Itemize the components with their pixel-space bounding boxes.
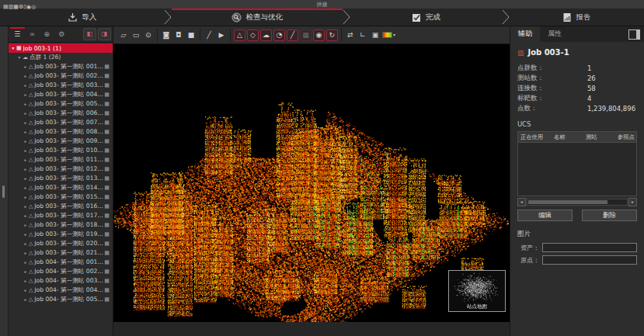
elevation-colorbar-icon[interactable]: ▾ (382, 29, 395, 40)
thumbnail-icon[interactable]: ▦ (104, 73, 110, 79)
line-toggle-icon[interactable]: ╱ (287, 29, 298, 41)
tree-item-station[interactable]: ▸△Job 003- 第一测站 021 (9)▦ (9, 248, 113, 258)
thumbnail-icon[interactable]: ▦ (104, 138, 110, 144)
expander-icon[interactable]: ▸ (23, 139, 29, 144)
edit-button[interactable]: 编辑 (517, 210, 573, 221)
thumbnail-icon[interactable]: ▦ (104, 231, 110, 237)
expander-icon[interactable]: ▸ (23, 185, 29, 190)
measure-icon[interactable]: ╱ (204, 29, 214, 40)
tree-item-station[interactable]: ▸△Job 003- 第一测站 018 (4)▦ (9, 220, 113, 230)
tree-item-station[interactable]: ▸△Job 003- 第一测站 001 (6)▦ (9, 62, 113, 71)
workflow-step-inspect[interactable]: 检查与优化 (172, 9, 343, 26)
workflow-step-complete[interactable]: 完成 (350, 9, 502, 26)
expander-icon[interactable]: ▸ (23, 102, 29, 106)
cloud-toggle-icon[interactable]: ☁ (260, 29, 272, 41)
station-marker-toggle-icon[interactable]: △ (234, 29, 245, 41)
walkthrough-toggle-icon[interactable]: ↻ (326, 29, 338, 41)
tree-item-station[interactable]: ▸△Job 004- 第一测站 003 (4)▦ (9, 276, 113, 286)
expander-icon[interactable]: ▸ (23, 74, 29, 78)
tree-item-station[interactable]: ▸△Job 003- 第一测站 019 (2)▦ (9, 230, 113, 239)
expander-icon[interactable]: ▸ (23, 288, 29, 293)
origin-field[interactable] (542, 255, 637, 265)
scroll-right-icon[interactable]: ▸ (628, 198, 637, 206)
expander-icon[interactable]: ▸ (23, 148, 29, 153)
expander-icon[interactable]: ▾ (16, 55, 23, 60)
scrollbar-thumb[interactable] (528, 200, 607, 204)
collapse-all-button[interactable]: ◨ (98, 28, 111, 40)
tab-auxiliary[interactable]: 辅助 (510, 26, 540, 42)
tree-item-station[interactable]: ▸△Job 003- 第一测站 002 (5)▦ (9, 71, 113, 81)
camera-target-icon[interactable]: ◘ (173, 29, 184, 40)
tab-attributes[interactable]: 属性 (540, 26, 569, 42)
tree-item-station[interactable]: ▸△Job 003- 第一测站 014 (4)▦ (9, 183, 113, 192)
ucs-column-header[interactable]: 名称 (552, 133, 583, 141)
expander-icon[interactable]: ▸ (23, 130, 29, 134)
tree-item-station[interactable]: ▸△Job 003- 第一测站 010 (3)▦ (9, 146, 113, 155)
left-collapse-strip[interactable] (0, 26, 9, 336)
tree-item-station[interactable]: ▸△Job 003- 第一测站 020 (5)▦ (9, 239, 113, 248)
expander-icon[interactable]: ▸ (23, 64, 29, 69)
thumbnail-icon[interactable]: ▦ (104, 268, 110, 275)
tree-item-station[interactable]: ▸△Job 004- 第一测站 005 (6)▦ (9, 295, 113, 304)
tag-toggle-icon[interactable]: ◇ (247, 29, 259, 41)
expander-icon[interactable]: ▸ (23, 83, 29, 88)
expander-icon[interactable]: ▸ (23, 241, 29, 246)
expander-icon[interactable]: ▾ (10, 46, 16, 50)
tree-item-station[interactable]: ▸△Job 003- 第一测站 011 (2)▦ (9, 155, 113, 165)
thumbnail-icon[interactable]: ▦ (104, 287, 110, 293)
ucs-column-header[interactable]: 参照点 (615, 133, 636, 141)
thumbnail-icon[interactable]: ▦ (104, 259, 110, 265)
link-view-tab[interactable]: ∞ (25, 27, 40, 41)
thumbnail-icon[interactable]: ▦ (104, 101, 110, 107)
viewport[interactable]: 站点地图 (113, 44, 510, 322)
expander-icon[interactable]: ▸ (23, 279, 29, 283)
ucs-column-header[interactable]: 测站 (583, 133, 615, 141)
thumbnail-icon[interactable]: ▦ (104, 82, 110, 88)
view-settings-tab[interactable]: ⚙ (54, 27, 69, 41)
workflow-step-import[interactable]: 导入 (0, 9, 164, 26)
tree-item-station[interactable]: ▸△Job 003- 第一测站 009 (3)▦ (9, 137, 113, 146)
thumbnail-icon[interactable]: ▦ (104, 241, 110, 247)
expander-icon[interactable]: ▸ (23, 213, 29, 218)
ucs-column-header[interactable]: 正在使用 (518, 133, 552, 141)
frame-icon[interactable]: ▣ (370, 29, 381, 40)
expander-icon[interactable]: ▸ (23, 111, 29, 116)
tree-item-station[interactable]: ▸△Job 003- 第一测站 008 (2)▦ (9, 127, 113, 137)
thumbnail-icon[interactable]: ▦ (104, 278, 110, 284)
thumbnail-icon[interactable]: ▦ (104, 194, 110, 200)
tree-item-station[interactable]: ▸△Job 003- 第一测站 005 (7)▦ (9, 99, 113, 109)
panel-layout-icon[interactable] (628, 29, 640, 40)
pin-toggle-icon[interactable]: ◉ (313, 29, 325, 41)
tree-item-station[interactable]: ▸△Job 003- 第一测站 004 (5)▦ (9, 90, 113, 99)
tree-item-station[interactable]: ▸△Job 003- 第一测站 015 (4)▦ (9, 192, 113, 202)
tree-root-job[interactable]: ▾▦Job 003-1 (1) (9, 43, 113, 53)
tree-item-station[interactable]: ▸△Job 004- 第一测站 004 (7)▦ (9, 286, 113, 295)
tree-item-station[interactable]: ▸△Job 004- 第一测站 001 (3)▦ (9, 258, 113, 267)
expander-icon[interactable]: ▸ (23, 269, 29, 274)
expander-icon[interactable]: ▸ (23, 232, 29, 237)
select-icon[interactable]: ▱ (118, 29, 129, 40)
expander-icon[interactable]: ▸ (23, 167, 29, 171)
plane-view-icon[interactable]: ■ (186, 29, 197, 40)
thumbnail-icon[interactable]: ▦ (104, 222, 110, 228)
thumbnail-icon[interactable]: ▦ (104, 157, 110, 163)
expander-icon[interactable]: ▸ (23, 251, 29, 255)
axes-icon[interactable]: ∟ (357, 29, 368, 40)
thumbnail-icon[interactable]: ▦ (104, 166, 110, 172)
swap-view-icon[interactable]: ⇄ (345, 29, 356, 40)
thumbnail-icon[interactable]: ▦ (104, 64, 110, 70)
expander-icon[interactable]: ▸ (23, 223, 29, 227)
thumbnail-icon[interactable]: ▦ (104, 250, 110, 256)
thumbnail-icon[interactable]: ▦ (104, 175, 110, 182)
tree-item-station[interactable]: ▸△Job 004- 第一测站 002 (6)▦ (9, 267, 113, 276)
expander-icon[interactable]: ▸ (23, 260, 29, 265)
expander-icon[interactable]: ▸ (23, 204, 29, 209)
minimap[interactable]: 站点地图 (448, 270, 506, 312)
expander-icon[interactable]: ▸ (23, 176, 29, 181)
camera-icon[interactable]: ◙ (161, 29, 172, 40)
globe-view-tab[interactable]: ⊕ (40, 27, 54, 41)
thumbnail-icon[interactable]: ▦ (104, 110, 110, 116)
tree-item-station[interactable]: ▸△Job 003- 第一测站 007 (5)▦ (9, 118, 113, 127)
workflow-step-report[interactable]: 报告 (510, 9, 644, 26)
tree-item-station[interactable]: ▸△Job 003- 第一测站 017 (3)▦ (9, 211, 113, 220)
